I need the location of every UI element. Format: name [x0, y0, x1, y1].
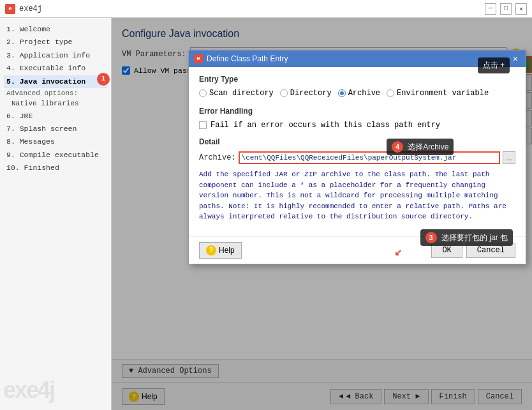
- sidebar-item-finished[interactable]: 10. Finished: [4, 162, 107, 174]
- radio-archive[interactable]: Archive: [338, 89, 380, 98]
- browse-button[interactable]: …: [503, 151, 515, 164]
- dialog-help-button[interactable]: ? Help: [199, 242, 242, 259]
- annotation-jar: 3 选择要打包的 jar 包: [420, 229, 513, 246]
- sidebar-item-java-invocation[interactable]: 5. Java invocation 1: [4, 75, 107, 88]
- radio-archive-label: Archive: [348, 89, 380, 98]
- app-title: exe4j: [19, 4, 42, 13]
- archive-label: Archive:: [199, 153, 236, 162]
- dialog-title: Define Class Path Entry: [207, 54, 510, 63]
- sidebar-item-project-type[interactable]: 2. Project type: [4, 36, 107, 49]
- window-controls: ─ □ ✕: [485, 3, 527, 15]
- help-label: Help: [219, 246, 235, 255]
- annotation-select-archive-wrapper: 4 选择Archive: [387, 139, 454, 155]
- radio-env-circle: [387, 89, 394, 97]
- error-handling-checkbox-label: Fail if an error occurs with this class …: [211, 121, 440, 130]
- main-container: 1. Welcome 2. Project type 3. Applicatio…: [0, 18, 532, 410]
- close-button[interactable]: ✕: [515, 3, 527, 15]
- detail-section: Detail Archive: … Add the specified JAR …: [199, 137, 515, 222]
- sidebar-item-welcome[interactable]: 1. Welcome: [4, 23, 107, 36]
- annotation-jar-wrapper: 3 选择要打包的 jar 包 ↙: [420, 229, 513, 259]
- maximize-button[interactable]: □: [500, 3, 512, 15]
- sidebar-active-label: 5. Java invocation: [6, 77, 85, 86]
- dialog-content: Entry Type Scan directory Directory Arch…: [189, 67, 526, 236]
- radio-dir-circle: [280, 89, 288, 97]
- define-classpath-dialog: e Define Class Path Entry ✕ Entry Type S…: [188, 50, 526, 264]
- sidebar-section-advanced: Advanced options:: [4, 88, 107, 98]
- content-area: Configure Java invocation VM Parameters:…: [112, 18, 532, 410]
- archive-row: Archive: …: [199, 151, 515, 164]
- title-bar: e exe4j ─ □ ✕: [0, 0, 532, 18]
- annotation-jar-text: 选择要打包的 jar 包: [441, 233, 508, 242]
- app-watermark: exe4j: [3, 377, 54, 404]
- sidebar: 1. Welcome 2. Project type 3. Applicatio…: [0, 18, 112, 410]
- error-handling-section: Error Handling Fail if an error occurs w…: [199, 107, 515, 130]
- sidebar-item-messages[interactable]: 8. Messages: [4, 135, 107, 148]
- help-circle-icon: ?: [206, 245, 216, 255]
- annotation-jar-badge: 3: [425, 232, 437, 243]
- minimize-button[interactable]: ─: [485, 3, 496, 15]
- dialog-titlebar: e Define Class Path Entry ✕: [189, 50, 526, 67]
- annotation-select-archive: 4 选择Archive: [387, 139, 454, 155]
- annotation-badge-1: 1: [97, 73, 110, 86]
- app-icon: e: [5, 4, 15, 14]
- entry-type-options: Scan directory Directory Archive Environ…: [199, 89, 515, 98]
- radio-scan-label: Scan directory: [209, 89, 274, 98]
- radio-scan-circle: [199, 89, 207, 97]
- radio-directory[interactable]: Directory: [280, 89, 332, 98]
- radio-archive-circle: [338, 89, 346, 97]
- radio-dir-label: Directory: [290, 89, 332, 98]
- wildcard-text: wildcard: [325, 192, 359, 199]
- annotation-click-plus: 点击 +: [478, 57, 510, 73]
- error-handling-label: Error Handling: [199, 107, 515, 116]
- radio-scan-directory[interactable]: Scan directory: [199, 89, 274, 98]
- sidebar-item-compile[interactable]: 9. Compile executable: [4, 149, 107, 162]
- radio-env-label: Environment variable: [397, 89, 489, 98]
- dialog-close-button[interactable]: ✕: [510, 54, 521, 64]
- sidebar-item-app-info[interactable]: 3. Application info: [4, 49, 107, 62]
- sidebar-item-native-libs[interactable]: Native libraries: [4, 98, 107, 110]
- sidebar-item-splash[interactable]: 7. Splash screen: [4, 123, 107, 135]
- radio-env-var[interactable]: Environment variable: [387, 89, 489, 98]
- error-handling-checkbox[interactable]: [199, 121, 207, 129]
- annotation-archive-text: 选择Archive: [408, 142, 448, 151]
- archive-input[interactable]: [239, 151, 500, 164]
- sidebar-item-jre[interactable]: 6. JRE: [4, 110, 107, 123]
- description-text: Add the specified JAR or ZIP archive to …: [199, 169, 515, 222]
- annotation-archive-badge: 4: [392, 141, 403, 153]
- entry-type-label: Entry Type: [199, 75, 515, 84]
- sidebar-item-exe-info[interactable]: 4. Executable info: [4, 62, 107, 75]
- error-handling-checkbox-row: Fail if an error occurs with this class …: [199, 121, 515, 130]
- detail-label: Detail: [199, 137, 515, 146]
- dialog-icon: e: [194, 54, 203, 63]
